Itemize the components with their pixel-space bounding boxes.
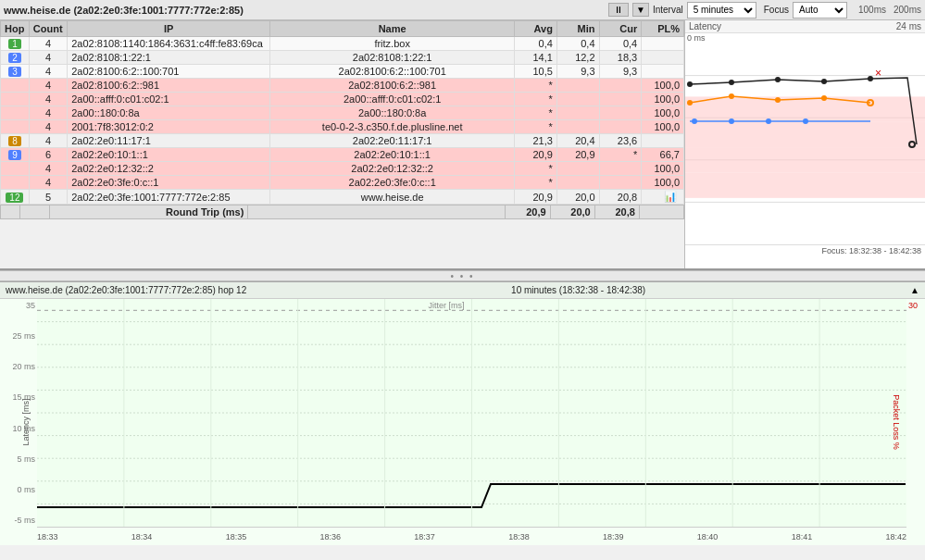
min-cell: 20,0 (556, 190, 599, 205)
footer-min: 20,0 (550, 205, 594, 219)
svg-text:×: × (875, 67, 881, 80)
bottom-svg: Jitter [ms] (37, 299, 906, 527)
table-row: 4 2001:7f8:3012:0:2 te0-0-2-3.c350.f.de.… (1, 120, 684, 134)
cur-cell: 20,8 (599, 190, 642, 205)
svg-rect-4 (685, 96, 925, 121)
table-row: 3 4 2a02:8100:6:2::100:701 2a02:8100:6:2… (1, 65, 684, 79)
hop-badge: 1 (8, 39, 21, 49)
hop-cell: 9 (1, 148, 30, 162)
avg-cell: * (515, 93, 557, 106)
hop-cell: 8 (1, 134, 30, 148)
hop-badge: 2 (8, 53, 21, 63)
col-avg: Avg (515, 21, 557, 37)
ip-cell: 2a02:8100:6:2::981 (68, 79, 270, 93)
svg-rect-5 (685, 122, 925, 147)
hop-badge: 3 (8, 67, 21, 77)
focus-select[interactable]: Auto Manual (793, 2, 847, 19)
latency-svg: × (685, 33, 925, 244)
bottom-chart-area: 35 25 ms 20 ms 15 ms 10 ms 5 ms 0 ms -5 … (0, 299, 925, 545)
avg-cell: 21,3 (515, 134, 557, 148)
count-cell: 4 (29, 120, 67, 134)
table-row: 4 2a02:2e0:12:32::2 2a02:2e0:12:32::2 * … (1, 162, 684, 176)
interval-label: Interval (653, 5, 683, 15)
col-hop: Hop (1, 21, 30, 37)
hop-cell (1, 79, 30, 93)
pause-button[interactable]: ⏸ (608, 3, 629, 17)
x-18-41: 18:41 (792, 532, 813, 541)
table-row: 1 4 2a02:8108:1140:1864:3631:c4ff:fe83:6… (1, 37, 684, 51)
min-cell (556, 79, 599, 93)
table-area: Hop Count IP Name Avg Min Cur PL% 1 4 2a… (0, 20, 685, 268)
y-axis-left-title: Latency [ms] (21, 398, 31, 445)
bottom-close-button[interactable]: ▲ (910, 285, 919, 295)
cur-cell (599, 79, 642, 93)
cur-cell: 9,3 (599, 65, 642, 79)
cur-cell (599, 106, 642, 120)
window-title: www.heise.de (2a02:2e0:3fe:1001:7777:772… (4, 5, 244, 16)
ip-cell: 2a00::180:0:8a (68, 106, 270, 120)
count-cell: 4 (29, 134, 67, 148)
latency-max-label: 200ms (894, 5, 921, 15)
bottom-pane-header: www.heise.de (2a02:2e0:3fe:1001:7777:772… (0, 282, 925, 299)
min-cell: 20,9 (556, 148, 599, 162)
cur-cell: 0,4 (599, 37, 642, 51)
svg-point-12 (687, 100, 693, 106)
y-label-neg5ms: -5 ms (2, 516, 35, 525)
name-cell: 2a02:8100:6:2::100:701 (270, 65, 515, 79)
avg-cell: 20,9 (515, 190, 557, 205)
hop-cell (1, 93, 30, 106)
y-label-5ms: 5 ms (2, 454, 35, 464)
ip-cell: 2a02:2e0:3fe:1001:7777:772e:2:85 (68, 190, 270, 205)
avg-cell: * (515, 106, 557, 120)
x-18-39: 18:39 (603, 532, 624, 541)
dropdown-button[interactable]: ▼ (632, 3, 649, 17)
cur-cell (599, 162, 642, 176)
cur-cell: 18,3 (599, 51, 642, 65)
min-cell: 12,2 (556, 51, 599, 65)
svg-point-21 (868, 76, 873, 81)
hop-cell (1, 106, 30, 120)
pl-cell: 100,0 (642, 162, 684, 176)
svg-point-11 (803, 118, 808, 124)
footer-cur: 20,8 (594, 205, 639, 219)
col-ip: IP (68, 21, 270, 37)
min-cell: 20,4 (556, 134, 599, 148)
focus-label: Focus (764, 5, 789, 15)
pl-cell: 100,0 (642, 79, 684, 93)
resize-handle[interactable]: • • • (0, 270, 925, 281)
interval-select[interactable]: 5 minutes 10 minutes 15 minutes (687, 2, 756, 19)
hop-cell: 12 (1, 190, 30, 205)
name-cell: fritz.box (270, 37, 515, 51)
svg-point-20 (821, 79, 827, 84)
bottom-pane: www.heise.de (2a02:2e0:3fe:1001:7777:772… (0, 281, 925, 545)
min-cell (556, 93, 599, 106)
avg-cell: 0,4 (515, 37, 557, 51)
hop-badge: 8 (8, 136, 21, 146)
count-cell: 4 (29, 176, 67, 190)
name-cell: 2a02:2e0:10:1::1 (270, 148, 515, 162)
name-cell: 2a00::180:0:8a (270, 106, 515, 120)
cur-cell: * (599, 148, 642, 162)
x-18-33: 18:33 (37, 532, 58, 541)
y-label-0ms: 0 ms (2, 485, 35, 494)
traceroute-table: Hop Count IP Name Avg Min Cur PL% 1 4 2a… (0, 20, 684, 205)
footer-avg: 20,9 (506, 205, 550, 219)
svg-point-8 (692, 118, 697, 124)
table-row: 12 5 2a02:2e0:3fe:1001:7777:772e:2:85 ww… (1, 190, 684, 205)
table-row: 4 2a02:2e0:3fe:0:c::1 2a02:2e0:3fe:0:c::… (1, 176, 684, 190)
x-18-35: 18:35 (226, 532, 247, 541)
hop-cell (1, 176, 30, 190)
pl-cell: 100,0 (642, 176, 684, 190)
pl-cell (642, 65, 684, 79)
hop-cell (1, 162, 30, 176)
min-cell (556, 162, 599, 176)
latency-min-label: 100ms (858, 5, 886, 15)
count-cell: 4 (29, 106, 67, 120)
svg-point-15 (821, 95, 827, 101)
chart-icon[interactable]: 📊 (664, 191, 677, 202)
table-row: 4 2a00::180:0:8a 2a00::180:0:8a * 100,0 (1, 106, 684, 120)
count-cell: 4 (29, 162, 67, 176)
avg-cell: 10,5 (515, 65, 557, 79)
hop-cell: 3 (1, 65, 30, 79)
table-row: 2 4 2a02:8108:1:22:1 2a02:8108:1:22:1 14… (1, 51, 684, 65)
